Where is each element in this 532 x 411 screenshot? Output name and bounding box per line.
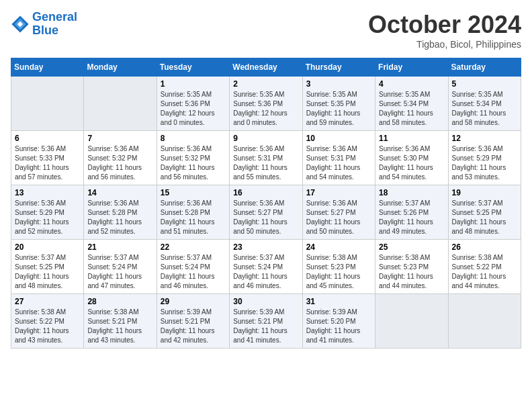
day-number: 10 [306, 134, 371, 143]
day-detail: Sunrise: 5:36 AM Sunset: 5:27 PM Dayligh… [306, 199, 371, 236]
calendar-cell: 23Sunrise: 5:37 AM Sunset: 5:24 PM Dayli… [230, 240, 302, 294]
logo-text: General Blue [32, 11, 77, 38]
page-header: General Blue October 2024 Tigbao, Bicol,… [11, 11, 521, 50]
calendar-cell: 16Sunrise: 5:36 AM Sunset: 5:27 PM Dayli… [230, 185, 302, 240]
location: Tigbao, Bicol, Philippines [368, 39, 521, 50]
weekday-header: Sunday [11, 58, 84, 77]
day-detail: Sunrise: 5:37 AM Sunset: 5:24 PM Dayligh… [87, 253, 152, 291]
day-detail: Sunrise: 5:36 AM Sunset: 5:32 PM Dayligh… [161, 144, 226, 182]
day-number: 13 [15, 188, 80, 197]
calendar-week-row: 27Sunrise: 5:38 AM Sunset: 5:22 PM Dayli… [11, 294, 521, 349]
day-detail: Sunrise: 5:36 AM Sunset: 5:32 PM Dayligh… [87, 144, 152, 182]
weekday-header: Friday [375, 58, 448, 77]
logo-line1: General [32, 10, 77, 24]
day-number: 14 [87, 188, 152, 197]
day-number: 6 [15, 134, 80, 143]
day-detail: Sunrise: 5:37 AM Sunset: 5:25 PM Dayligh… [15, 253, 80, 291]
day-detail: Sunrise: 5:36 AM Sunset: 5:28 PM Dayligh… [87, 199, 152, 236]
day-number: 25 [379, 242, 444, 252]
day-detail: Sunrise: 5:36 AM Sunset: 5:29 PM Dayligh… [15, 199, 80, 236]
calendar-cell: 8Sunrise: 5:36 AM Sunset: 5:32 PM Daylig… [157, 131, 229, 185]
weekday-header: Tuesday [157, 58, 229, 77]
day-number: 3 [306, 79, 371, 89]
day-number: 24 [306, 242, 371, 252]
day-number: 26 [452, 242, 517, 252]
day-detail: Sunrise: 5:39 AM Sunset: 5:21 PM Dayligh… [161, 308, 226, 345]
calendar-cell: 1Sunrise: 5:35 AM Sunset: 5:36 PM Daylig… [157, 77, 229, 131]
day-number: 4 [379, 79, 444, 89]
day-number: 31 [306, 297, 371, 306]
weekday-header: Saturday [448, 58, 521, 77]
day-detail: Sunrise: 5:35 AM Sunset: 5:36 PM Dayligh… [233, 90, 298, 128]
day-detail: Sunrise: 5:36 AM Sunset: 5:31 PM Dayligh… [306, 144, 371, 182]
logo: General Blue [11, 11, 77, 38]
day-number: 18 [379, 188, 444, 197]
calendar-cell: 7Sunrise: 5:36 AM Sunset: 5:32 PM Daylig… [84, 131, 157, 185]
logo-icon [11, 15, 30, 34]
calendar-cell: 17Sunrise: 5:36 AM Sunset: 5:27 PM Dayli… [302, 185, 375, 240]
day-number: 20 [15, 242, 80, 252]
calendar-cell: 22Sunrise: 5:37 AM Sunset: 5:24 PM Dayli… [157, 240, 229, 294]
day-number: 28 [87, 297, 152, 306]
title-block: October 2024 Tigbao, Bicol, Philippines [368, 11, 521, 50]
day-number: 9 [233, 134, 298, 143]
month-title: October 2024 [368, 11, 521, 39]
calendar-cell: 27Sunrise: 5:38 AM Sunset: 5:22 PM Dayli… [11, 294, 84, 349]
day-number: 1 [161, 79, 226, 89]
calendar-week-row: 20Sunrise: 5:37 AM Sunset: 5:25 PM Dayli… [11, 240, 521, 294]
day-detail: Sunrise: 5:36 AM Sunset: 5:27 PM Dayligh… [233, 199, 298, 236]
calendar-cell: 20Sunrise: 5:37 AM Sunset: 5:25 PM Dayli… [11, 240, 84, 294]
day-detail: Sunrise: 5:38 AM Sunset: 5:21 PM Dayligh… [87, 308, 152, 345]
calendar-cell: 12Sunrise: 5:36 AM Sunset: 5:29 PM Dayli… [448, 131, 521, 185]
calendar-cell: 19Sunrise: 5:37 AM Sunset: 5:25 PM Dayli… [448, 185, 521, 240]
calendar-cell: 21Sunrise: 5:37 AM Sunset: 5:24 PM Dayli… [84, 240, 157, 294]
day-number: 11 [379, 134, 444, 143]
calendar-cell: 28Sunrise: 5:38 AM Sunset: 5:21 PM Dayli… [84, 294, 157, 349]
calendar-cell: 15Sunrise: 5:36 AM Sunset: 5:28 PM Dayli… [157, 185, 229, 240]
day-number: 22 [161, 242, 226, 252]
day-number: 27 [15, 297, 80, 306]
day-number: 17 [306, 188, 371, 197]
calendar-cell [84, 77, 157, 131]
weekday-header: Wednesday [230, 58, 302, 77]
day-number: 7 [87, 134, 152, 143]
calendar-cell: 5Sunrise: 5:35 AM Sunset: 5:34 PM Daylig… [448, 77, 521, 131]
logo-line2: Blue [32, 24, 58, 37]
day-detail: Sunrise: 5:38 AM Sunset: 5:23 PM Dayligh… [379, 253, 444, 291]
day-detail: Sunrise: 5:38 AM Sunset: 5:22 PM Dayligh… [452, 253, 517, 291]
day-number: 5 [452, 79, 517, 89]
day-detail: Sunrise: 5:36 AM Sunset: 5:30 PM Dayligh… [379, 144, 444, 182]
day-detail: Sunrise: 5:37 AM Sunset: 5:24 PM Dayligh… [233, 253, 298, 291]
calendar-cell: 30Sunrise: 5:39 AM Sunset: 5:21 PM Dayli… [230, 294, 302, 349]
day-detail: Sunrise: 5:35 AM Sunset: 5:35 PM Dayligh… [306, 90, 371, 128]
calendar-week-row: 6Sunrise: 5:36 AM Sunset: 5:33 PM Daylig… [11, 131, 521, 185]
day-detail: Sunrise: 5:36 AM Sunset: 5:28 PM Dayligh… [161, 199, 226, 236]
day-detail: Sunrise: 5:37 AM Sunset: 5:26 PM Dayligh… [379, 199, 444, 236]
calendar-table: SundayMondayTuesdayWednesdayThursdayFrid… [11, 58, 521, 349]
weekday-header: Monday [84, 58, 157, 77]
day-detail: Sunrise: 5:38 AM Sunset: 5:23 PM Dayligh… [306, 253, 371, 291]
calendar-cell: 25Sunrise: 5:38 AM Sunset: 5:23 PM Dayli… [375, 240, 448, 294]
calendar-cell: 9Sunrise: 5:36 AM Sunset: 5:31 PM Daylig… [230, 131, 302, 185]
calendar-cell: 2Sunrise: 5:35 AM Sunset: 5:36 PM Daylig… [230, 77, 302, 131]
day-detail: Sunrise: 5:36 AM Sunset: 5:31 PM Dayligh… [233, 144, 298, 182]
day-detail: Sunrise: 5:36 AM Sunset: 5:33 PM Dayligh… [15, 144, 80, 182]
day-detail: Sunrise: 5:36 AM Sunset: 5:29 PM Dayligh… [452, 144, 517, 182]
calendar-cell: 6Sunrise: 5:36 AM Sunset: 5:33 PM Daylig… [11, 131, 84, 185]
day-detail: Sunrise: 5:37 AM Sunset: 5:25 PM Dayligh… [452, 199, 517, 236]
day-number: 15 [161, 188, 226, 197]
calendar-cell: 18Sunrise: 5:37 AM Sunset: 5:26 PM Dayli… [375, 185, 448, 240]
calendar-cell: 10Sunrise: 5:36 AM Sunset: 5:31 PM Dayli… [302, 131, 375, 185]
calendar-cell [375, 294, 448, 349]
calendar-cell: 31Sunrise: 5:39 AM Sunset: 5:20 PM Dayli… [302, 294, 375, 349]
day-number: 21 [87, 242, 152, 252]
calendar-cell: 4Sunrise: 5:35 AM Sunset: 5:34 PM Daylig… [375, 77, 448, 131]
calendar-week-row: 13Sunrise: 5:36 AM Sunset: 5:29 PM Dayli… [11, 185, 521, 240]
day-number: 30 [233, 297, 298, 306]
day-detail: Sunrise: 5:39 AM Sunset: 5:21 PM Dayligh… [233, 308, 298, 345]
calendar-cell: 11Sunrise: 5:36 AM Sunset: 5:30 PM Dayli… [375, 131, 448, 185]
day-detail: Sunrise: 5:38 AM Sunset: 5:22 PM Dayligh… [15, 308, 80, 345]
day-number: 23 [233, 242, 298, 252]
day-detail: Sunrise: 5:35 AM Sunset: 5:34 PM Dayligh… [379, 90, 444, 128]
day-detail: Sunrise: 5:39 AM Sunset: 5:20 PM Dayligh… [306, 308, 371, 345]
